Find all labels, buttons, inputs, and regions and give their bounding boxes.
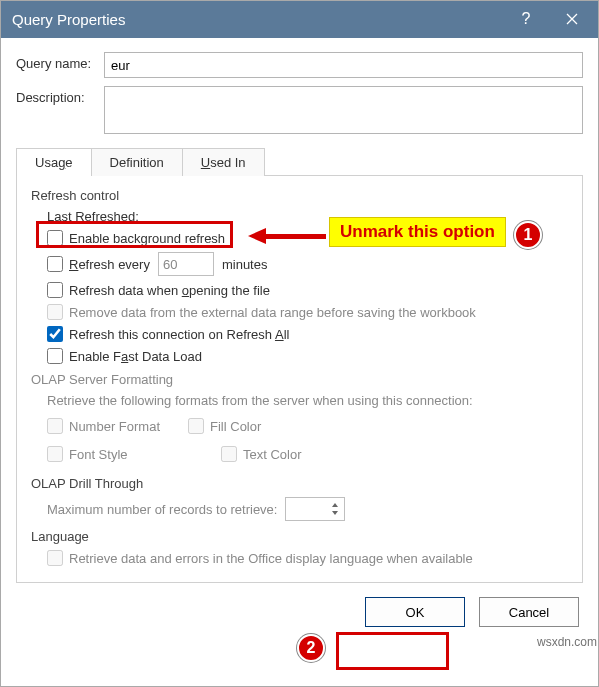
query-name-label: Query name: xyxy=(16,52,104,71)
refresh-all-label: Refresh this connection on Refresh All xyxy=(69,327,289,342)
language-label: Retrieve data and errors in the Office d… xyxy=(69,551,473,566)
annotation-box-ok xyxy=(336,632,449,670)
watermark: wsxdn.com xyxy=(537,635,597,649)
spinner-arrows-icon xyxy=(330,500,340,518)
description-input[interactable] xyxy=(104,86,583,134)
enable-bg-label: Enable background refresh xyxy=(69,231,225,246)
olap-drill-label: Maximum number of records to retrieve: xyxy=(47,502,277,517)
olap-drill-spinner xyxy=(285,497,345,521)
ok-button[interactable]: OK xyxy=(365,597,465,627)
cancel-button[interactable]: Cancel xyxy=(479,597,579,627)
font-style-checkbox xyxy=(47,446,63,462)
remove-data-checkbox xyxy=(47,304,63,320)
refresh-every-row: Refresh every 60 minutes xyxy=(47,252,568,276)
enable-bg-row: Enable background refresh xyxy=(47,230,568,246)
text-color-label: Text Color xyxy=(243,447,302,462)
description-label: Description: xyxy=(16,86,104,105)
remove-data-label: Remove data from the external data range… xyxy=(69,305,476,320)
number-format-checkbox xyxy=(47,418,63,434)
section-language: Language Retrieve data and errors in the… xyxy=(31,529,568,566)
text-color-checkbox xyxy=(221,446,237,462)
refresh-every-spinner[interactable]: 60 xyxy=(158,252,214,276)
fast-load-row: Enable Fast Data Load xyxy=(47,348,568,364)
enable-bg-checkbox[interactable] xyxy=(47,230,63,246)
refresh-every-unit: minutes xyxy=(222,257,268,272)
help-button[interactable]: ? xyxy=(503,0,549,38)
tab-definition[interactable]: Definition xyxy=(92,148,183,176)
tab-usage[interactable]: Usage xyxy=(16,148,92,176)
olap-fmt-desc: Retrieve the following formats from the … xyxy=(47,393,568,408)
section-refresh: Refresh control Last Refreshed: Enable b… xyxy=(31,188,568,364)
section-olap-fmt: OLAP Server Formatting Retrieve the foll… xyxy=(31,372,568,468)
close-button[interactable] xyxy=(549,0,595,38)
refresh-open-label: Refresh data when opening the file xyxy=(69,283,270,298)
tab-used-in[interactable]: Used In xyxy=(183,148,265,176)
refresh-every-checkbox[interactable] xyxy=(47,256,63,272)
refresh-all-row: Refresh this connection on Refresh All xyxy=(47,326,568,342)
language-title: Language xyxy=(31,529,568,544)
font-style-label: Font Style xyxy=(69,447,128,462)
language-checkbox xyxy=(47,550,63,566)
olap-drill-title: OLAP Drill Through xyxy=(31,476,568,491)
close-icon xyxy=(566,13,578,25)
refresh-open-row: Refresh data when opening the file xyxy=(47,282,568,298)
fast-load-checkbox[interactable] xyxy=(47,348,63,364)
query-name-input[interactable] xyxy=(104,52,583,78)
refresh-every-label: Refresh every xyxy=(69,257,150,272)
button-row: OK Cancel xyxy=(0,583,599,627)
fast-load-label: Enable Fast Data Load xyxy=(69,349,202,364)
section-olap-drill: OLAP Drill Through Maximum number of rec… xyxy=(31,476,568,521)
remove-data-row: Remove data from the external data range… xyxy=(47,304,568,320)
refresh-open-checkbox[interactable] xyxy=(47,282,63,298)
olap-fmt-title: OLAP Server Formatting xyxy=(31,372,568,387)
form-area: Query name: Description: xyxy=(0,38,599,148)
number-format-label: Number Format xyxy=(69,419,160,434)
tab-body-usage: Refresh control Last Refreshed: Enable b… xyxy=(16,175,583,583)
annotation-step-2: 2 xyxy=(297,634,325,662)
tabs: Usage Definition Used In Refresh control… xyxy=(16,148,583,583)
fill-color-checkbox xyxy=(188,418,204,434)
last-refreshed-label: Last Refreshed: xyxy=(47,209,568,224)
window-title: Query Properties xyxy=(12,11,503,28)
refresh-all-checkbox[interactable] xyxy=(47,326,63,342)
refresh-title: Refresh control xyxy=(31,188,568,203)
titlebar: Query Properties ? xyxy=(0,0,599,38)
fill-color-label: Fill Color xyxy=(210,419,261,434)
